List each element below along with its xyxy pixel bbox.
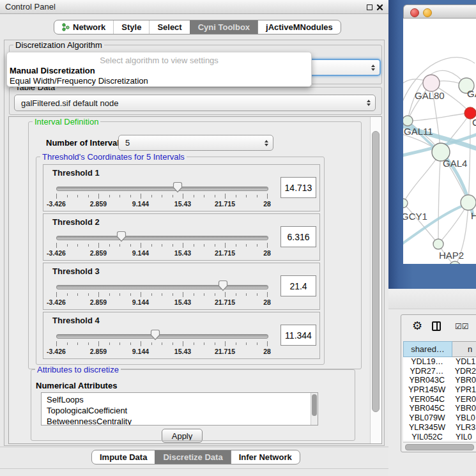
slider-tick (204, 195, 204, 197)
svg-text:GA: GA (467, 88, 476, 99)
slider-tick-label: 2.859 (90, 348, 107, 355)
tab-impute-data[interactable]: Impute Data (92, 450, 155, 464)
number-of-intervals-combo[interactable]: 5 (118, 135, 273, 151)
numerical-attributes-list[interactable]: SelfLoopsTopologicalCoefficientBetweenne… (41, 392, 318, 426)
slider-tick (267, 194, 268, 199)
slider-tick (77, 244, 78, 247)
slider-tick (183, 243, 183, 248)
cell-shared-name: YDL19… (403, 357, 451, 367)
cell-shared-name: YBR043C (403, 376, 450, 385)
slider-tick (88, 293, 89, 296)
table-row[interactable]: YPR145WYPR1 (403, 385, 476, 395)
table-row[interactable]: YBL079WYBL0 (403, 413, 476, 423)
slider-tick (215, 342, 215, 345)
tab-style[interactable]: Style (113, 20, 149, 34)
slider-tick (257, 244, 257, 247)
cell-name: YBL0 (451, 413, 475, 423)
divider (0, 468, 388, 469)
list-item[interactable]: BetweennessCentrality (47, 416, 318, 426)
table-row[interactable]: YLR345WYLR3 (403, 423, 476, 433)
tab-label: Style (121, 22, 141, 32)
table-horizontal-scrollbar[interactable] (403, 442, 476, 450)
slider-thumb[interactable] (150, 329, 160, 341)
slider-thumb[interactable] (173, 181, 183, 193)
slider-tick-label: -3.426 (47, 348, 66, 355)
slider-tick (98, 194, 99, 199)
slider-tick (257, 195, 257, 197)
slider-track[interactable] (56, 285, 268, 289)
slider-tick (119, 293, 120, 296)
slider-tick (215, 195, 215, 197)
column-layout-icon[interactable] (432, 321, 441, 331)
close-icon[interactable] (376, 3, 385, 12)
float-window-icon[interactable] (367, 4, 372, 10)
slider-track[interactable] (56, 236, 268, 240)
cell-name: YPR1 (450, 385, 476, 395)
table-data-combo[interactable]: galFiltered.sif default node (14, 95, 376, 111)
scrollpane-scrollbar-thumb[interactable] (372, 131, 380, 412)
table-rows[interactable]: YDL19…YDL1YDR27…YDR2YBR043CYBR0YPR145WYP… (403, 357, 476, 441)
tab-label: jActiveMNodules (266, 22, 333, 32)
table-row[interactable]: YER054CYER0 (403, 395, 476, 404)
slider-track[interactable] (56, 334, 268, 339)
slider-thumb[interactable] (116, 231, 127, 242)
slider-tick-label: 9.144 (132, 249, 149, 257)
slider-tick (151, 195, 152, 197)
slider-tick (236, 195, 236, 197)
interval-definition-title: Interval Definition (33, 118, 100, 127)
slider-tick-label: 2.859 (90, 298, 107, 306)
slider-tick (204, 244, 204, 247)
tab-infer-network[interactable]: Infer Network (231, 450, 300, 464)
slider-tick (130, 293, 131, 296)
slider-tick-label: 9.144 (132, 298, 149, 306)
close-traffic-light-icon[interactable] (410, 8, 419, 17)
tab-discretize-data[interactable]: Discretize Data (155, 450, 230, 464)
slider-tick (130, 195, 131, 197)
algorithm-option[interactable]: Manual Discretization (10, 66, 95, 75)
tab-select[interactable]: Select (149, 20, 189, 34)
table-row[interactable]: YIL052CYIL0 (403, 433, 476, 441)
slider-tick (56, 292, 57, 297)
slider-tick (119, 195, 120, 197)
tab-jactivemnodules[interactable]: jActiveMNodules (257, 20, 341, 34)
slider-tick (162, 342, 162, 345)
slider-tick-label: 21.715 (215, 249, 235, 257)
threshold-value-box[interactable]: 11.344 (280, 325, 316, 346)
network-canvas[interactable]: GAL80GACGAL11GAL4GCY1HHAP2 (403, 19, 476, 264)
number-of-intervals-label: Number of Intervals (46, 138, 124, 148)
slider-tick-label: -3.426 (47, 298, 66, 306)
minimize-traffic-light-icon[interactable] (423, 8, 432, 17)
column-header-shared[interactable]: shared… (403, 341, 452, 357)
slider-tick (194, 342, 194, 345)
slider-tick (88, 244, 89, 247)
slider-tick (77, 195, 78, 197)
threshold-value-box[interactable]: 6.316 (280, 226, 316, 247)
slider-tick (67, 195, 68, 197)
threshold-value-box[interactable]: 14.713 (280, 177, 316, 198)
slider-tick (194, 293, 194, 296)
table-row[interactable]: YBR045CYBR0 (403, 404, 476, 413)
table-row[interactable]: YDL19…YDL1 (403, 357, 476, 367)
table-row[interactable]: YDR27…YDR2 (403, 367, 476, 376)
list-item[interactable]: SelfLoops (47, 394, 318, 405)
slider-track[interactable] (56, 187, 268, 191)
attributes-list-scrollbar[interactable] (311, 393, 318, 425)
select-columns-icon[interactable]: ☑☑ (455, 322, 469, 331)
slider-tick-label: 2.859 (90, 200, 107, 208)
slider-thumb[interactable] (218, 280, 228, 291)
zoom-traffic-light-icon[interactable] (436, 8, 443, 16)
tab-network[interactable]: Network (54, 20, 113, 34)
threshold-panel: Threshold 3-3.4262.8599.14415.4321.71528… (43, 263, 320, 310)
table-row[interactable]: YBR043CYBR0 (403, 376, 476, 385)
slider-tick-label: 2.859 (90, 249, 107, 257)
gear-icon[interactable]: ⚙ (412, 319, 422, 333)
slider-tick (77, 293, 78, 296)
slider-tick-label: 15.43 (174, 200, 191, 208)
algorithm-option[interactable]: Equal Width/Frequency Discretization (10, 76, 148, 86)
list-item[interactable]: TopologicalCoefficient (47, 405, 318, 416)
tab-cyni-toolbox[interactable]: Cyni Toolbox (190, 20, 257, 34)
network-tab-icon (62, 23, 70, 31)
column-header-name[interactable]: n (452, 341, 476, 357)
threshold-value-box[interactable]: 21.4 (280, 275, 316, 296)
slider-tick (109, 244, 110, 247)
